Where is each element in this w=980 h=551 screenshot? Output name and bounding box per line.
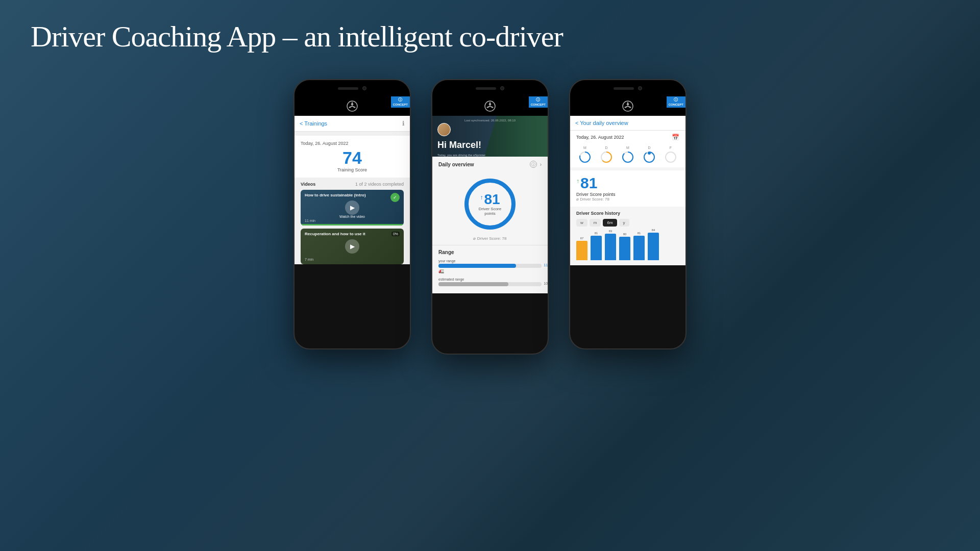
video-title-1: How to drive sustainable (intro) xyxy=(305,193,366,197)
training-date-section: Today, 26. August 2022 74 Training Score xyxy=(295,136,410,178)
score-big-number: ↑ 81 xyxy=(479,192,501,207)
video-percent-2: 0% xyxy=(391,232,400,236)
day-item-d2[interactable]: D xyxy=(643,146,655,163)
avg-score-text: ⌀ Driver Score: 78 xyxy=(432,236,548,245)
svg-marker-13 xyxy=(628,106,631,108)
svg-marker-1 xyxy=(351,102,354,106)
score-main-big: 81 xyxy=(580,176,597,191)
day-circle-d2 xyxy=(643,151,655,163)
day-circle-f xyxy=(665,151,677,163)
svg-point-28 xyxy=(666,152,676,162)
play-button-2[interactable]: ▶ xyxy=(345,239,359,254)
info-icon-2[interactable]: ⓘ xyxy=(530,161,537,168)
phone3-header: ⓘ CONCEPT xyxy=(570,96,685,116)
mercedes-logo-icon-2 xyxy=(484,100,496,112)
history-title: Driver Score history xyxy=(576,211,679,216)
mercedes-logo-icon-3 xyxy=(622,100,634,112)
history-tab-m[interactable]: m xyxy=(590,219,601,227)
concept-badge-1: ⓘ CONCEPT xyxy=(391,96,410,108)
bar-label-2: 81 xyxy=(595,232,598,235)
bar-label-5: 81 xyxy=(638,232,641,235)
back-button-1[interactable]: < Trainings xyxy=(300,120,327,127)
hero-banner-image xyxy=(484,116,548,157)
hero-banner: Last synchronized: 26.08.2022, 08:10 Hi … xyxy=(432,116,548,157)
video-card-2[interactable]: Recuperation and how to use it 7 min ▶ 0… xyxy=(301,229,404,264)
history-tab-w[interactable]: w xyxy=(576,219,587,227)
range-value-2: 109km* xyxy=(544,282,549,285)
video-thumb-2: Recuperation and how to use it 7 min ▶ 0… xyxy=(301,229,404,264)
hero-avatar xyxy=(437,123,451,136)
svg-point-20 xyxy=(603,154,610,161)
bar-rect-5 xyxy=(633,236,645,260)
phone2-speaker xyxy=(476,87,496,90)
day-item-m1[interactable]: M xyxy=(579,146,591,163)
calendar-icon[interactable]: 📅 xyxy=(672,134,679,141)
play-button-1[interactable]: ▶ xyxy=(345,201,359,215)
score-circle-text: ↑ 81 Driver Score points xyxy=(479,192,501,216)
svg-marker-3 xyxy=(349,106,352,108)
chevron-right-icon[interactable]: › xyxy=(540,162,542,167)
video-card-1[interactable]: How to drive sustainable (intro) 11 min … xyxy=(301,190,404,226)
history-tabs: w m 6m y xyxy=(576,219,679,227)
day-item-f[interactable]: F xyxy=(665,146,677,163)
range-bar-row-2: estimated range 109km* xyxy=(438,278,542,286)
range-bar-label-1: your range xyxy=(438,259,542,263)
score-up-arrow-icon: ↑ xyxy=(480,194,483,201)
phones-container: ⓘ CONCEPT < Trainings ℹ Today, 26. Augus… xyxy=(0,79,980,355)
phone2-top-bar xyxy=(432,80,548,96)
day-item-d1[interactable]: D xyxy=(600,146,612,163)
hero-sync-text: Last synchronized: 26.08.2022, 08:10 xyxy=(464,119,516,122)
phone1-screen: < Trainings ℹ Today, 26. August 2022 74 … xyxy=(295,116,410,264)
bar-group-5: 81 xyxy=(633,232,645,260)
truck-icon: 🚛 xyxy=(438,268,542,273)
day-label-m1: M xyxy=(583,146,586,149)
range-section: Range your range 114km* 🚛 estimated rang… xyxy=(432,245,548,293)
phone3-nav: < Your daily overview xyxy=(570,116,685,131)
daily-overview-header: Daily overview ⓘ › xyxy=(432,157,548,170)
phone3-speaker xyxy=(614,87,634,90)
training-score-label: Training Score xyxy=(301,167,404,172)
score-label-line1: Driver Score xyxy=(479,207,501,211)
day-label-m2: M xyxy=(626,146,629,149)
info-icon-1[interactable]: ℹ xyxy=(402,120,405,127)
day-label-d2: D xyxy=(648,146,650,149)
phone2-body: Daily overview ⓘ › ↑ xyxy=(432,157,548,293)
phone1-nav: < Trainings ℹ xyxy=(295,116,410,132)
videos-title: Videos xyxy=(301,182,315,187)
driver-history-section: Driver Score history w m 6m y 67 81 xyxy=(570,207,685,265)
day-circle-m1 xyxy=(579,151,591,163)
svg-marker-14 xyxy=(624,106,628,108)
videos-count: 1 of 2 videos completed xyxy=(355,182,404,187)
daily-overview-title: Daily overview xyxy=(438,162,474,167)
score-main-number-row: ↑ 81 xyxy=(576,176,679,191)
range-bar-row-1: your range 114km* 🚛 xyxy=(438,259,542,273)
video-progress-fill-1 xyxy=(301,224,404,226)
daily2-date-text: Today, 26. August 2022 xyxy=(576,135,624,140)
svg-marker-6 xyxy=(490,106,494,108)
hero-subtext: Today, you are driving the eSprinter xyxy=(437,154,485,157)
watch-video-label-1: Watch the video xyxy=(339,215,365,218)
svg-marker-2 xyxy=(352,106,356,108)
video-progress-bar-1 xyxy=(301,224,404,226)
phone1-header: ⓘ CONCEPT xyxy=(295,96,410,116)
phone3-camera xyxy=(638,86,642,90)
history-tab-6m[interactable]: 6m xyxy=(603,219,617,227)
day-circle-d1 xyxy=(600,151,612,163)
training-score-number: 74 xyxy=(301,149,404,166)
svg-marker-7 xyxy=(486,106,490,108)
day-item-m2[interactable]: M xyxy=(622,146,634,163)
svg-point-26 xyxy=(646,154,653,161)
phone-daily-overview: ⓘ CONCEPT Last synchronized: 26.08.2022,… xyxy=(431,79,549,355)
video-check-1: ✓ xyxy=(390,193,400,202)
bar-group-4: 80 xyxy=(619,233,630,260)
svg-point-17 xyxy=(581,154,589,161)
video-thumb-1: How to drive sustainable (intro) 11 min … xyxy=(301,190,404,226)
range-bar-track-2: 109km* xyxy=(438,282,542,286)
back-button-3[interactable]: < Your daily overview xyxy=(575,120,628,126)
phone1-top-bar xyxy=(295,80,410,96)
day-label-d1: D xyxy=(605,146,607,149)
phone3-top-bar xyxy=(570,80,685,96)
range-bar-fill-1 xyxy=(438,264,516,268)
history-tab-y[interactable]: y xyxy=(619,219,629,227)
videos-section: Videos 1 of 2 videos completed How to dr… xyxy=(295,182,410,264)
